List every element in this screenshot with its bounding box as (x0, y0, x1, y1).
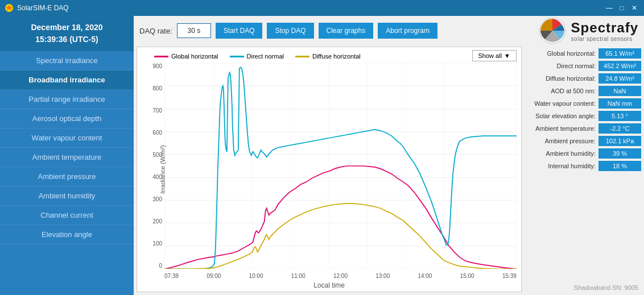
shadowband-sn: Shadowband SN: 9005 (525, 283, 641, 292)
date-label: December 18, 2020 (3, 22, 131, 34)
chart-svg (164, 63, 517, 269)
y-axis-ticks: 900 800 700 600 500 400 300 200 100 0 (138, 63, 162, 269)
spectrafy-logo-icon (538, 16, 567, 45)
minimize-button[interactable]: — (604, 3, 614, 13)
time-label: 15:39:36 (UTC-5) (3, 34, 131, 45)
stat-row-internal-humidity: Internal humidity: 18 % (525, 161, 641, 171)
title-bar: SolarSIM-E DAQ — □ ✕ (0, 0, 644, 16)
clear-graphs-button[interactable]: Clear graphs (319, 23, 374, 39)
chart-area: Global horizontal Direct normal Diffuse … (137, 47, 522, 292)
stop-daq-button[interactable]: Stop DAQ (267, 23, 313, 39)
legend-direct: Direct normal (230, 53, 284, 60)
x-axis-label: Local time (137, 281, 521, 289)
app-title: SolarSIM-E DAQ (17, 4, 604, 12)
legend-global: Global horizontal (154, 53, 218, 60)
sidebar-item-water[interactable]: Water vapour content (0, 128, 134, 148)
stat-row-diffuse: Diffuse horizontal: 24.8 W/m² (525, 73, 641, 84)
close-button[interactable]: ✕ (629, 3, 639, 13)
abort-program-button[interactable]: Abort program (378, 23, 437, 39)
sidebar-item-pressure[interactable]: Ambient pressure (0, 167, 134, 186)
stat-row-amb-humidity: Ambient humidity: 39 % (525, 148, 641, 159)
logo-area: Spectrafy solar spectral sensors (538, 16, 638, 45)
sidebar-item-elevation[interactable]: Elevation angle (0, 225, 134, 244)
app-icon (5, 3, 14, 13)
legend-direct-line (230, 56, 244, 57)
stat-row-aod: AOD at 500 nm: NaN (525, 86, 641, 96)
sidebar-item-channel[interactable]: Channel current (0, 206, 134, 225)
top-bar: DAQ rate: Start DAQ Stop DAQ Clear graph… (134, 16, 644, 45)
show-all-button[interactable]: Show all ▼ (472, 50, 517, 61)
logo-name: Spectrafy (571, 20, 638, 36)
daq-rate-label: DAQ rate: (139, 27, 172, 35)
sidebar-item-temperature[interactable]: Ambient temperature (0, 148, 134, 167)
stat-row-water: Water vapour content: NaN mm (525, 98, 641, 109)
stat-row-global: Global horizontal: 65.1 W/m² (525, 48, 641, 59)
x-axis-ticks: 07:38 09:00 10:00 11:00 12:00 13:00 14:0… (164, 273, 517, 279)
sidebar-item-humidity[interactable]: Ambient humidity (0, 186, 134, 206)
start-daq-button[interactable]: Start DAQ (216, 23, 263, 39)
stat-row-amb-pressure: Ambient pressure: 102.1 kPa (525, 136, 641, 146)
sidebar: December 18, 2020 15:39:36 (UTC-5) Spect… (0, 16, 134, 295)
sidebar-item-broadband[interactable]: Broadband irradiance (0, 70, 134, 90)
legend-global-line (154, 56, 168, 57)
maximize-button[interactable]: □ (617, 3, 627, 13)
daq-rate-input[interactable] (177, 23, 211, 38)
sidebar-item-partial[interactable]: Partial range irradiance (0, 90, 134, 109)
stats-panel: Global horizontal: 65.1 W/m² Direct norm… (525, 45, 644, 295)
date-time-display: December 18, 2020 15:39:36 (UTC-5) (0, 16, 134, 51)
stat-row-amb-temp: Ambient temperature: -2.2 °C (525, 123, 641, 134)
legend-diffuse: Diffuse horizontal (295, 53, 361, 60)
chart-legend: Global horizontal Direct normal Diffuse … (148, 50, 366, 63)
logo-text: Spectrafy solar spectral sensors (571, 20, 638, 42)
sidebar-item-aerosol[interactable]: Aerosol optical depth (0, 109, 134, 128)
stat-row-solar-elevation: Solar elevation angle: 5.13 ° (525, 111, 641, 121)
sidebar-item-spectral[interactable]: Spectral irradiance (0, 51, 134, 70)
chevron-down-icon: ▼ (504, 52, 510, 59)
stat-row-direct: Direct normal: 452.2 W/m² (525, 61, 641, 71)
legend-diffuse-line (295, 56, 309, 57)
logo-subtitle: solar spectral sensors (571, 36, 638, 42)
